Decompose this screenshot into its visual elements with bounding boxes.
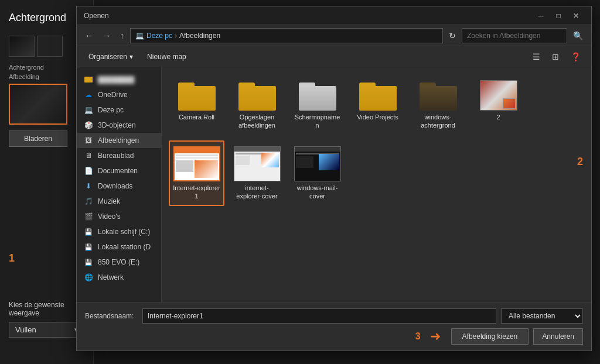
sidebar-item-videos[interactable]: 🎬 Video's [77, 209, 161, 224]
badge-2: 2 [577, 156, 583, 168]
file-ie-cover[interactable]: internet-explorer-cover [229, 140, 285, 207]
address-afbeeldingen: Afbeeldingen [179, 32, 220, 40]
dialog-content: ████████ ☁ OneDrive 💻 Deze pc 🎲 3D-objec… [77, 67, 591, 302]
sidebar-item-lokaal-station-d[interactable]: 💾 Lokaal station (D [77, 239, 161, 255]
thumb-icon-2 [480, 80, 517, 111]
address-bar[interactable]: 💻 Deze pc › Afbeeldingen [130, 28, 443, 43]
files-grid: Camera Roll Opgeslagen afbeeldingen [169, 74, 584, 206]
bg-type-label: Achtergrond [9, 64, 84, 71]
badge-1: 1 [9, 252, 15, 265]
panel-title: Achtergrond [9, 12, 84, 24]
bg-value-label: Afbeelding [9, 73, 84, 80]
filename-label: Bestandsnaam: [85, 312, 138, 320]
computer-icon: 💻 [135, 32, 144, 40]
folder-icon-achtergrond [420, 80, 457, 111]
address-deze-pc[interactable]: Deze pc [146, 32, 172, 40]
dialog-titlebar: Openen ─ □ ✕ [77, 6, 591, 25]
sidebar-item-downloads[interactable]: ⬇ Downloads [77, 178, 161, 194]
bg-thumb-1[interactable] [9, 36, 35, 57]
resize-handle[interactable] [584, 344, 591, 351]
view-grid-button[interactable]: ⊞ [548, 50, 562, 64]
action-row: 3 ➜ Afbeelding kiezen Annuleren [85, 328, 583, 345]
organize-button[interactable]: Organiseren ▾ [84, 50, 138, 63]
maximize-button[interactable]: □ [550, 10, 567, 22]
file-windows-achtergrond[interactable]: windows-achtergrond [410, 74, 466, 136]
filename-row: Bestandsnaam: Alle bestanden [85, 308, 583, 324]
fill-dropdown[interactable]: Vullen ▾ [9, 322, 85, 338]
folder-icon-schermopnamen [299, 80, 336, 111]
up-button[interactable]: ↑ [117, 29, 128, 43]
file-2[interactable]: 2 [471, 74, 526, 136]
view-list-button[interactable]: ☰ [529, 50, 544, 64]
folder-icon-opgeslagen [238, 80, 276, 111]
refresh-button[interactable]: ↻ [445, 29, 459, 43]
sidebar-item-bureaublad[interactable]: 🖥 Bureaublad [77, 148, 161, 163]
sidebar-item-onedrive[interactable]: ☁ OneDrive [77, 87, 161, 102]
sidebar-item-documenten[interactable]: 📄 Documenten [77, 163, 161, 178]
file-video-projects[interactable]: Video Projects [350, 74, 405, 136]
sidebar-item-afbeeldingen[interactable]: 🖼 Afbeeldingen [77, 133, 161, 148]
nav-toolbar: ← → ↑ 💻 Deze pc › Afbeeldingen ↻ 🔍 [77, 25, 591, 46]
dialog-bottom: Bestandsnaam: Alle bestanden 3 ➜ Afbeeld… [77, 302, 591, 351]
sidebar-item-muziek[interactable]: 🎵 Muziek [77, 194, 161, 209]
bg-thumb-2[interactable] [37, 36, 63, 57]
minimize-button[interactable]: ─ [533, 10, 549, 22]
dialog-title: Openen [84, 12, 109, 20]
browse-button[interactable]: Bladeren [9, 131, 67, 147]
search-button[interactable]: 🔍 [570, 29, 587, 43]
thumb-icon-ie-cover [234, 146, 281, 181]
sidebar-item-quickaccess[interactable]: ████████ [77, 72, 161, 87]
file-mail-cover[interactable]: windows-mail-cover [289, 140, 345, 207]
filetype-select[interactable]: Alle bestanden [501, 308, 583, 324]
sidebar-item-850-evo[interactable]: 💾 850 EVO (E:) [77, 255, 161, 270]
bg-preview [9, 84, 67, 125]
badge-3: 3 [415, 331, 421, 342]
choose-image-button[interactable]: Afbeelding kiezen [451, 328, 529, 345]
forward-button[interactable]: → [99, 29, 114, 43]
file-internet-explorer-1[interactable]: Internet-explorer 1 [169, 140, 224, 207]
file-dialog: Openen ─ □ ✕ ← → ↑ 💻 Deze pc › Afbeeldin… [76, 6, 592, 351]
new-folder-button[interactable]: Nieuwe map [142, 50, 191, 63]
file-camera-roll[interactable]: Camera Roll [169, 74, 224, 136]
arrow-annotation: ➜ [430, 329, 441, 344]
file-opgeslagen-afbeeldingen[interactable]: Opgeslagen afbeeldingen [229, 74, 285, 136]
dialog-sidebar: ████████ ☁ OneDrive 💻 Deze pc 🎲 3D-objec… [77, 67, 162, 302]
sidebar-item-3d-objecten[interactable]: 🎲 3D-objecten [77, 118, 161, 133]
close-button[interactable]: ✕ [568, 10, 584, 22]
view-options-button[interactable]: ❓ [567, 50, 584, 64]
sidebar-item-netwerk[interactable]: 🌐 Netwerk [77, 270, 161, 285]
folder-icon-camera-roll [178, 80, 216, 111]
titlebar-controls: ─ □ ✕ [533, 10, 584, 22]
action-bar: Organiseren ▾ Nieuwe map ☰ ⊞ ❓ [77, 46, 591, 67]
back-button[interactable]: ← [81, 29, 97, 43]
file-schermopnamen[interactable]: Schermopnamen [289, 74, 345, 136]
cancel-button[interactable]: Annuleren [533, 328, 583, 345]
thumb-icon-mail-cover [294, 146, 341, 181]
sidebar-item-lokale-schijf-c[interactable]: 💾 Lokale schijf (C:) [77, 224, 161, 239]
folder-icon-video [359, 80, 397, 111]
sidebar-item-deze-pc[interactable]: 💻 Deze pc [77, 102, 161, 118]
search-input[interactable] [462, 28, 567, 43]
files-area: Camera Roll Opgeslagen afbeeldingen [162, 67, 591, 302]
thumb-icon-ie1 [173, 146, 220, 181]
filename-input[interactable] [142, 308, 496, 324]
